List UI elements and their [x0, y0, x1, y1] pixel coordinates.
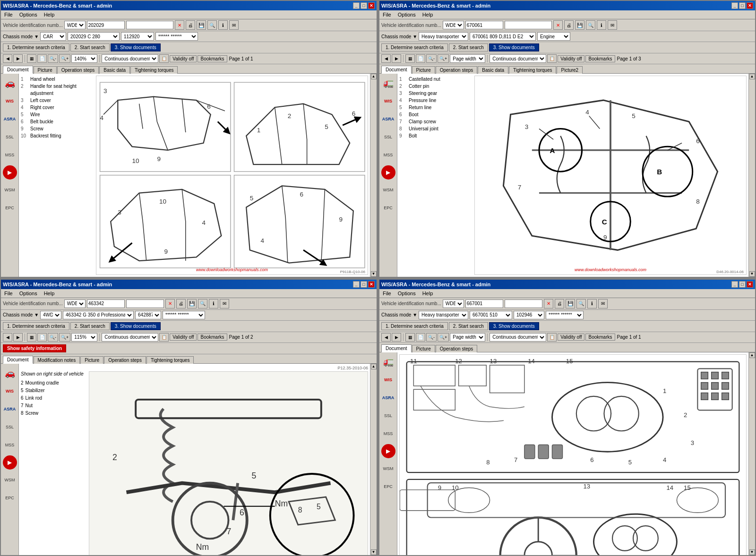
chassis-num-1[interactable]: 202029 C 280	[68, 32, 120, 41]
tab-basicdata-2[interactable]: Basic data	[478, 66, 508, 74]
step3-btn-4[interactable]: 3. Show documents	[489, 322, 539, 330]
scroll-up-4[interactable]: ▲	[749, 352, 755, 358]
print-btn-1[interactable]: 🖨	[186, 20, 195, 30]
print-btn-4[interactable]: 🖨	[555, 299, 564, 308]
search-btn-1[interactable]: 🔍	[207, 20, 217, 30]
chassis-num-2[interactable]: 670061 809 D,811 D E2	[470, 32, 536, 41]
scrollbar-v-2[interactable]: ▲ ▼	[748, 74, 755, 277]
search-btn-2[interactable]: 🔍	[586, 20, 595, 30]
zoom-select-4[interactable]: Page width	[450, 333, 485, 342]
validity-btn-4[interactable]: Validity off	[558, 334, 584, 341]
zoom-select-1[interactable]: 140%	[71, 54, 97, 63]
close-btn-4[interactable]: ✕	[747, 281, 753, 288]
info-btn-4[interactable]: ℹ	[587, 299, 597, 308]
minimize-btn-1[interactable]: _	[353, 2, 360, 9]
tab-document-2[interactable]: Document	[381, 66, 412, 74]
floppy-btn-2[interactable]: 💾	[575, 20, 584, 30]
page-btn-4[interactable]: 📄	[416, 333, 425, 342]
step2-btn-1[interactable]: 2. Start search	[70, 43, 110, 51]
step3-btn-2[interactable]: 3. Show documents	[489, 43, 539, 51]
bookmarks-btn-3[interactable]: Bookmarks	[198, 334, 227, 341]
wis-icon-2[interactable]: WIS	[381, 94, 396, 109]
truck-icon-2[interactable]: 🚛	[381, 76, 396, 91]
wsm-icon-1[interactable]: WSM	[2, 182, 17, 197]
chassis-num-3[interactable]: 463342 G 350 d Professional	[63, 311, 134, 319]
page-btn-2[interactable]: 📄	[416, 54, 425, 63]
tab-opsteps-4[interactable]: Operation steps	[436, 345, 478, 352]
close-btn-1[interactable]: ✕	[368, 2, 375, 9]
doc-type-2[interactable]: Continuous document	[490, 54, 546, 63]
tab-tightening-1[interactable]: Tightening torques	[130, 66, 178, 74]
close-btn-2[interactable]: ✕	[747, 2, 753, 9]
tab-tightening-2[interactable]: Tightening torques	[509, 66, 556, 74]
ssl-icon-1[interactable]: SSL	[2, 129, 17, 145]
menu-options-1[interactable]: Options	[18, 11, 39, 18]
asra-icon-4[interactable]: ASRA	[381, 390, 396, 405]
floppy-btn-1[interactable]: 💾	[197, 20, 206, 30]
tab-tightening-3[interactable]: Tightening torques	[146, 356, 194, 364]
page-btn-3[interactable]: 📄	[37, 333, 47, 342]
grid-btn-2[interactable]: ▦	[405, 54, 415, 63]
step1-btn-2[interactable]: 1. Determine search criteria	[381, 43, 448, 51]
mail-btn-2[interactable]: ✉	[608, 20, 617, 30]
engine-num-3[interactable]: 642887	[135, 311, 161, 319]
chassis-label-4[interactable]: Chassis mode ▼	[381, 312, 417, 317]
grid-btn-4[interactable]: ▦	[405, 333, 415, 342]
print-btn-3[interactable]: 🖨	[176, 299, 186, 308]
nav-next-4[interactable]: ▶	[392, 333, 401, 342]
zoom-out-2[interactable]: 🔍-	[426, 54, 437, 63]
nav-next-2[interactable]: ▶	[392, 54, 401, 63]
step1-btn-3[interactable]: 1. Determine search criteria	[3, 322, 69, 330]
password-1[interactable]: ****** ******	[155, 32, 198, 41]
play-icon-1[interactable]: ▶	[3, 165, 17, 180]
minimize-btn-2[interactable]: _	[731, 2, 738, 9]
scroll-down-3[interactable]: ▼	[371, 549, 377, 555]
scroll-down-2[interactable]: ▼	[749, 271, 755, 277]
mail-btn-1[interactable]: ✉	[229, 20, 239, 30]
info-btn-3[interactable]: ℹ	[209, 299, 218, 308]
epc-icon-3[interactable]: EPC	[2, 490, 17, 505]
step2-btn-2[interactable]: 2. Start search	[449, 43, 488, 51]
engine-num-1[interactable]: 112920	[121, 32, 154, 41]
validity-btn-1[interactable]: Validity off	[170, 55, 197, 62]
zoom-in-2[interactable]: 🔍+	[438, 54, 449, 63]
nav-next-1[interactable]: ▶	[13, 54, 23, 63]
ssl-icon-4[interactable]: SSL	[381, 408, 396, 423]
car-icon-3[interactable]: 🚗	[2, 366, 17, 381]
bookmarks-btn-4[interactable]: Bookmarks	[585, 334, 615, 341]
step2-btn-3[interactable]: 2. Start search	[70, 322, 110, 330]
chassis-label-2[interactable]: Chassis mode ▼	[381, 34, 417, 39]
wdb-dropdown-3[interactable]: WDB	[64, 299, 86, 308]
chassis-type-4[interactable]: Heavy transporter	[419, 311, 468, 319]
menu-file-2[interactable]: File	[381, 11, 393, 18]
page-btn-1[interactable]: 📄	[37, 54, 47, 63]
vin-search-1[interactable]	[126, 21, 173, 29]
mss-icon-4[interactable]: MSS	[381, 426, 396, 441]
doc-extra-3[interactable]: 📋	[159, 333, 169, 342]
play-icon-3[interactable]: ▶	[3, 455, 17, 470]
tab-document-1[interactable]: Document	[3, 66, 33, 74]
x-btn-1[interactable]	[175, 20, 184, 30]
chassis-num-4[interactable]: 667001 510	[470, 311, 512, 319]
tab-picture-1[interactable]: Picture	[34, 66, 57, 74]
vin-input-1[interactable]	[87, 21, 125, 29]
mss-icon-3[interactable]: MSS	[2, 437, 17, 453]
menu-help-3[interactable]: Help	[43, 290, 56, 297]
floppy-btn-3[interactable]: 💾	[187, 299, 197, 308]
doc-type-1[interactable]: Continuous document	[102, 54, 158, 63]
scrollbar-v-4[interactable]: ▲ ▼	[748, 352, 755, 556]
scroll-up-3[interactable]: ▲	[371, 364, 377, 369]
step1-btn-1[interactable]: 1. Determine search criteria	[3, 43, 69, 51]
nav-prev-3[interactable]: ◀	[3, 333, 12, 342]
tab-opsteps-2[interactable]: Operation steps	[436, 66, 478, 74]
grid-btn-3[interactable]: ▦	[27, 333, 36, 342]
scrollbar-v-3[interactable]: ▲ ▼	[370, 364, 377, 556]
search-btn-4[interactable]: 🔍	[576, 299, 586, 308]
menu-help-2[interactable]: Help	[421, 11, 435, 18]
tab-modnotes-3[interactable]: Modification notes	[34, 356, 80, 364]
info-btn-1[interactable]: ℹ	[218, 20, 228, 30]
vin-input-4[interactable]	[465, 299, 503, 308]
tab-picture-4[interactable]: Picture	[412, 345, 435, 352]
asra-icon-1[interactable]: ASRA	[2, 111, 17, 127]
step3-btn-3[interactable]: 3. Show documents	[111, 322, 161, 330]
